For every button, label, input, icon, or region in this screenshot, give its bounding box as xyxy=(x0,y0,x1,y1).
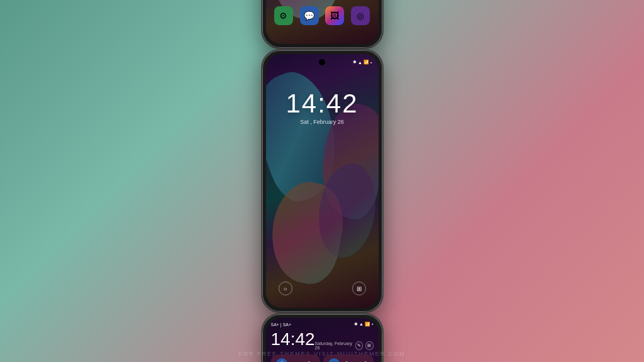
cc-time-row: 14:42 Saturday, February 26 ✎ ⊞ xyxy=(271,329,374,350)
phone2-camera-hole xyxy=(319,59,325,65)
cc-tile-data-header: 💧 1 month xyxy=(276,358,315,362)
phone2: ✱ ▲ 📶 ▪ 14:42 Sat , February 26 ○ ⊞ xyxy=(261,49,384,313)
cc-time: 14:42 xyxy=(271,329,315,349)
cc-edit-icon[interactable]: ✎ xyxy=(355,341,363,350)
cc-battery-icon: ▪ xyxy=(372,322,373,327)
dock-icon2: 💬 xyxy=(300,6,319,25)
cc-settings-icon[interactable]: ⊞ xyxy=(365,341,373,350)
phone1: ✱ ▲ 📶 ▪ 14:42 Sat , February 26 🕐 Clock xyxy=(261,0,384,49)
cc-status-icons: ✱ ▲ 📶 ▪ xyxy=(354,322,373,327)
phone2-battery-icon: ▪ xyxy=(370,60,372,65)
cc-tile-data[interactable]: 💧 1 month 5.03 GB xyxy=(271,354,320,362)
phone3: SA+ | SA+ ✱ ▲ 📶 ▪ 14:42 Saturday, Februa… xyxy=(261,313,384,362)
phone2-status-icons: ✱ ▲ 📶 ▪ xyxy=(353,60,372,65)
phone2-camera-shortcut[interactable]: ○ xyxy=(279,282,292,295)
phone2-signal-icon: 📶 xyxy=(364,60,369,65)
phone2-wifi-icon: ▲ xyxy=(358,60,362,65)
phone2-bottom-icons: ○ ⊞ xyxy=(266,282,379,295)
cc-bt-icon: ✱ xyxy=(354,322,358,327)
cc-status-bar: SA+ | SA+ ✱ ▲ 📶 ▪ xyxy=(271,322,374,327)
dock-app3[interactable]: 🖼 xyxy=(325,6,344,25)
cc-bt-tile-icon: ✱ xyxy=(328,358,340,362)
dock-app1[interactable]: ⚙ xyxy=(274,6,293,25)
phone2-unlock-icon[interactable]: ⊞ xyxy=(352,282,366,295)
cc-tile-bluetooth[interactable]: ✱ Bluetooth On xyxy=(323,354,374,362)
dock-app4[interactable]: ◎ xyxy=(351,6,370,25)
dock-icon1: ⚙ xyxy=(274,6,293,25)
cc-carrier: SA+ | SA+ xyxy=(271,322,292,327)
dock-app2[interactable]: 💬 xyxy=(300,6,319,25)
dock-icon3: 🖼 xyxy=(325,6,344,25)
cc-tile-bt-header: ✱ Bluetooth xyxy=(328,358,369,362)
cc-date-icons: Saturday, February 26 ✎ ⊞ xyxy=(315,341,374,350)
cc-tiles: 💧 1 month 5.03 GB ✱ Bluetooth On xyxy=(271,354,374,362)
cc-wifi-icon: ▲ xyxy=(359,322,364,327)
phone2-date: Sat , February 26 xyxy=(266,119,379,125)
dock-icon4: ◎ xyxy=(351,6,370,25)
cc-date: Saturday, February 26 xyxy=(315,341,353,350)
cc-signal-icon: 📶 xyxy=(365,322,370,327)
background: ✱ ▲ 📶 ▪ 14:42 Sat , February 26 🕐 Clock xyxy=(261,0,384,362)
cc-data-icon: 💧 xyxy=(276,358,287,362)
phone2-bt-icon: ✱ xyxy=(353,60,357,65)
app-dock: ⚙ 💬 🖼 ◎ xyxy=(271,6,374,25)
phone2-time: 14:42 xyxy=(266,89,379,119)
